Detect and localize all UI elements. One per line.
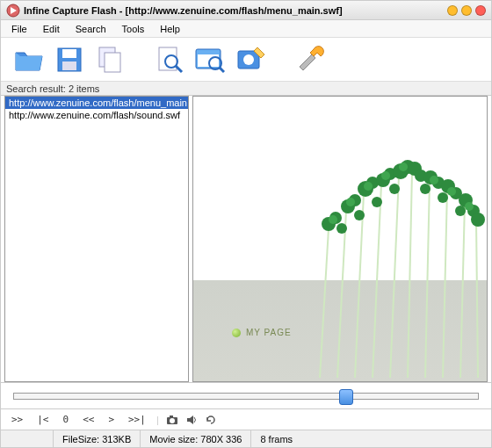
svg-line-18 [373, 184, 381, 378]
settings-icon[interactable] [294, 44, 326, 76]
playbar: >> |< 0 << > >>| | [1, 408, 491, 430]
toolbar [1, 38, 491, 82]
svg-point-49 [438, 192, 448, 203]
mypage-dot-icon [232, 329, 241, 337]
search-page-icon[interactable] [154, 44, 185, 76]
svg-point-55 [399, 163, 408, 171]
repeat-icon[interactable] [205, 414, 217, 426]
svg-line-12 [220, 68, 224, 72]
copy-icon[interactable] [94, 44, 126, 76]
menubar: File Edit Search Tools Help [1, 20, 491, 38]
svg-point-58 [465, 202, 474, 211]
svg-point-47 [389, 184, 400, 194]
svg-line-17 [355, 193, 364, 378]
result-list[interactable]: http://www.zenuine.com/flash/menu_main.s… [4, 96, 189, 382]
svg-rect-3 [62, 61, 76, 70]
svg-point-52 [346, 198, 355, 206]
svg-rect-61 [170, 415, 173, 418]
titlebar: Infine Capture Flash - [http://www.zenui… [1, 1, 491, 20]
svg-line-15 [320, 228, 329, 378]
svg-point-43 [471, 213, 485, 227]
list-item[interactable]: http://www.zenuine.com/flash/menu_main.s… [5, 97, 188, 109]
first-button[interactable]: >> [8, 414, 26, 425]
svg-point-44 [336, 223, 347, 234]
preview-panel: MY PAGE [192, 96, 488, 382]
status-filesize: FileSize: 313KB [54, 430, 141, 447]
svg-line-20 [408, 171, 412, 378]
close-button[interactable] [475, 5, 486, 16]
svg-point-50 [455, 206, 466, 216]
seek-slider[interactable] [13, 393, 479, 400]
plant-image [267, 141, 487, 378]
list-item[interactable]: http://www.zenuine.com/flash/sound.swf [5, 109, 188, 121]
menu-help[interactable]: Help [153, 22, 187, 36]
capture-icon[interactable] [235, 44, 266, 76]
svg-line-16 [337, 211, 346, 378]
open-folder-icon[interactable] [13, 44, 45, 76]
stop-button[interactable]: 0 [60, 414, 73, 425]
status-frames: 8 frams [251, 430, 301, 447]
step-fwd-button[interactable]: >>| [125, 414, 149, 425]
svg-point-53 [364, 182, 373, 191]
minimize-button[interactable] [447, 5, 458, 16]
svg-line-23 [460, 202, 465, 378]
search-result-label: Search result: 2 items [1, 82, 491, 96]
app-icon [6, 4, 20, 18]
content-area: http://www.zenuine.com/flash/menu_main.s… [1, 96, 491, 382]
playbar-separator: | [156, 415, 159, 425]
status-spacer [1, 430, 54, 447]
seek-row [1, 382, 491, 408]
svg-point-56 [430, 176, 438, 184]
menu-file[interactable]: File [4, 22, 34, 36]
svg-point-48 [420, 184, 430, 194]
svg-point-54 [381, 171, 390, 180]
svg-line-21 [425, 180, 430, 378]
svg-point-60 [170, 418, 175, 423]
svg-point-45 [354, 210, 365, 220]
search-browser-icon[interactable] [194, 44, 226, 76]
app-window: Infine Capture Flash - [http://www.zenui… [0, 0, 492, 448]
svg-rect-5 [105, 53, 120, 72]
svg-point-46 [372, 197, 382, 207]
menu-tools[interactable]: Tools [115, 22, 152, 36]
menu-search[interactable]: Search [69, 22, 113, 36]
flash-preview: MY PAGE [193, 141, 487, 381]
save-icon[interactable] [54, 44, 85, 76]
statusbar: FileSize: 313KB Movie size: 780X 336 8 f… [1, 430, 491, 447]
step-back-button[interactable]: << [79, 414, 98, 425]
svg-line-19 [390, 176, 399, 378]
svg-point-14 [243, 54, 254, 65]
window-title: Infine Capture Flash - [http://www.zenui… [24, 5, 447, 16]
mypage-text: MY PAGE [246, 328, 292, 337]
mypage-label-group: MY PAGE [232, 328, 292, 337]
volume-icon[interactable] [185, 414, 198, 426]
window-controls [447, 5, 486, 16]
prev-button[interactable]: |< [33, 414, 52, 425]
maximize-button[interactable] [461, 5, 472, 16]
svg-line-24 [476, 220, 478, 378]
status-moviesize: Movie size: 780X 336 [141, 430, 251, 447]
camera-icon[interactable] [166, 414, 178, 426]
svg-point-57 [447, 187, 456, 196]
svg-rect-2 [62, 49, 76, 58]
menu-edit[interactable]: Edit [36, 22, 67, 36]
play-button[interactable]: > [105, 414, 118, 425]
svg-point-51 [329, 215, 337, 224]
svg-line-22 [443, 189, 447, 378]
seek-thumb[interactable] [339, 389, 353, 405]
